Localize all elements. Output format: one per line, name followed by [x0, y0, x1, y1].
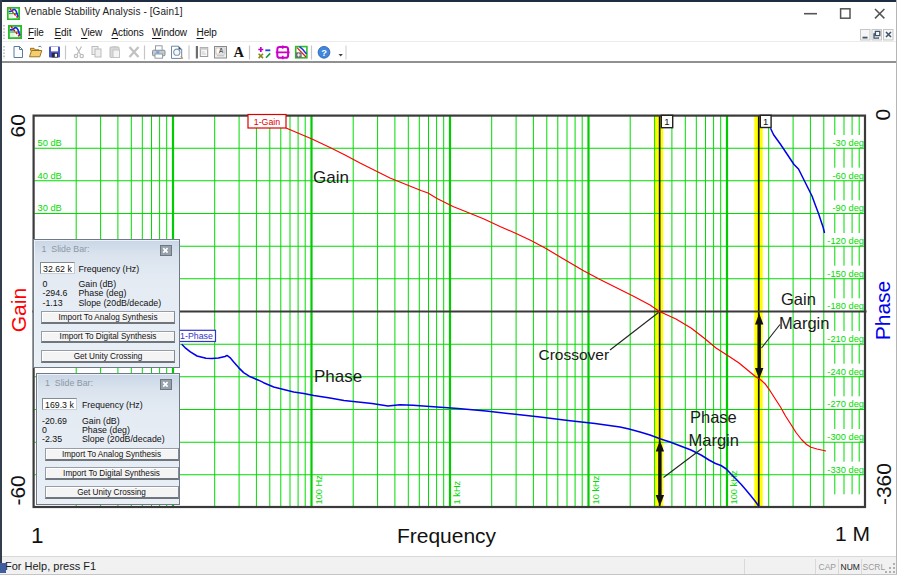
svg-text:Frequency: Frequency [397, 524, 497, 547]
svg-text:1: 1 [763, 116, 768, 127]
svg-text:A: A [219, 47, 224, 54]
svg-text:-300 deg: -300 deg [827, 432, 864, 442]
svg-text:30 dB: 30 dB [38, 203, 62, 213]
svg-text:-60 deg: -60 deg [832, 171, 864, 181]
svg-text:10 kHz: 10 kHz [591, 475, 601, 504]
svg-text:-90 deg: -90 deg [832, 203, 864, 213]
svg-text:A: A [233, 44, 244, 60]
svg-text:60: 60 [6, 114, 29, 137]
svg-text:-210 deg: -210 deg [827, 334, 864, 344]
svg-text:1-Gain: 1-Gain [254, 117, 281, 127]
svg-text:Phase: Phase [871, 281, 894, 341]
svg-text:Gain: Gain [313, 168, 349, 187]
svg-text:?: ? [321, 48, 327, 58]
svg-text:1 M: 1 M [835, 522, 870, 545]
svg-text:-30 deg: -30 deg [832, 138, 864, 148]
svg-text:100 kHz: 100 kHz [729, 470, 739, 504]
svg-text:-270 deg: -270 deg [827, 399, 864, 409]
svg-text:0: 0 [871, 109, 894, 121]
svg-text:-120 deg: -120 deg [827, 236, 864, 246]
svg-text:-330 deg: -330 deg [827, 465, 864, 475]
svg-text:Gain: Gain [781, 290, 816, 308]
svg-text:-60: -60 [6, 475, 29, 505]
svg-text:-150 deg: -150 deg [827, 269, 864, 279]
svg-text:1: 1 [31, 523, 44, 548]
svg-text:40 dB: 40 dB [38, 171, 62, 181]
svg-text:100 Hz: 100 Hz [314, 475, 324, 505]
svg-text:Margin: Margin [689, 431, 739, 449]
svg-text:1-Phase: 1-Phase [180, 331, 213, 341]
svg-text:Margin: Margin [779, 314, 829, 332]
svg-text:Phase: Phase [690, 408, 737, 426]
svg-text:Phase: Phase [314, 367, 362, 386]
svg-text:-240 deg: -240 deg [827, 367, 864, 377]
svg-text:Crossover: Crossover [539, 346, 610, 363]
svg-text:50 dB: 50 dB [38, 138, 62, 148]
svg-text:-180 deg: -180 deg [827, 301, 864, 311]
svg-text:1: 1 [664, 116, 669, 127]
svg-text:Gain: Gain [7, 288, 30, 332]
svg-text:1 kHz: 1 kHz [452, 480, 462, 504]
svg-text:-360: -360 [872, 463, 895, 505]
